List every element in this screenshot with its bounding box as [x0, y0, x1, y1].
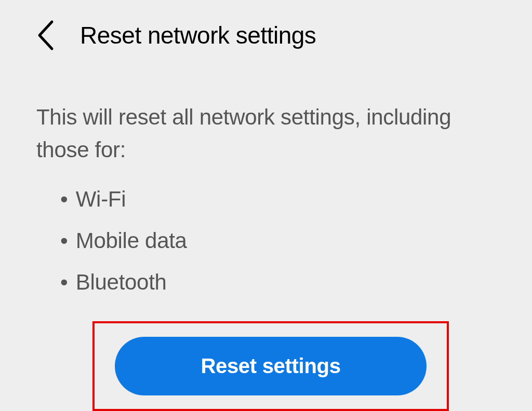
reset-settings-button[interactable]: Reset settings: [115, 337, 427, 395]
page-title: Reset network settings: [80, 21, 316, 49]
list-item: Mobile data: [60, 220, 496, 262]
settings-screen: Reset network settings This will reset a…: [0, 0, 532, 411]
back-icon[interactable]: [36, 20, 55, 51]
header: Reset network settings: [36, 20, 496, 51]
description-text: This will reset all network settings, in…: [36, 101, 496, 166]
reset-items-list: Wi-Fi Mobile data Bluetooth: [36, 179, 496, 303]
list-item: Bluetooth: [60, 262, 496, 303]
list-item: Wi-Fi: [60, 179, 496, 220]
highlight-box: Reset settings: [92, 321, 449, 411]
